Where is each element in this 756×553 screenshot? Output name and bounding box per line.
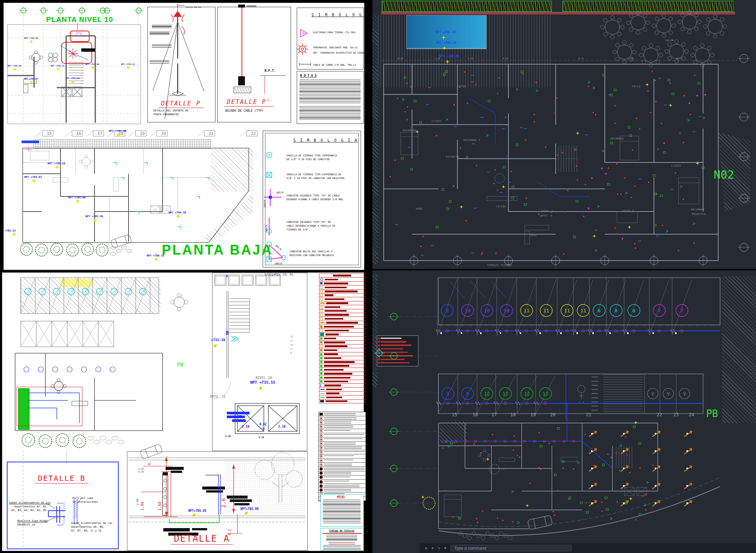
svg-text:8: 8: [632, 308, 635, 314]
svg-text:V: V: [651, 391, 654, 397]
svg-text:12: 12: [502, 391, 508, 397]
svg-text:7: 7: [680, 308, 683, 314]
svg-text:9: 9: [466, 391, 469, 397]
svg-text:9: 9: [446, 308, 449, 314]
svg-text:V: V: [683, 391, 686, 397]
svg-text:12: 12: [484, 391, 490, 397]
svg-text:10: 10: [484, 308, 490, 314]
svg-text:11: 11: [524, 308, 530, 314]
svg-text:11: 11: [580, 308, 586, 314]
model-bottom-linework: 910101011111111888779912121212VVV: [0, 0, 756, 553]
cad-workspace: S I M B O L O G I A ELECTRODO PARA TIERR…: [0, 0, 756, 553]
svg-text:12: 12: [524, 391, 530, 397]
svg-text:11: 11: [543, 308, 549, 314]
svg-text:V: V: [667, 391, 669, 397]
svg-text:11: 11: [564, 308, 570, 314]
svg-text:12: 12: [542, 391, 548, 397]
svg-text:9: 9: [446, 391, 449, 397]
svg-text:10: 10: [503, 308, 510, 314]
svg-text:7: 7: [658, 308, 661, 314]
svg-text:10: 10: [465, 308, 471, 314]
svg-text:8: 8: [598, 308, 601, 314]
svg-text:8: 8: [615, 308, 618, 314]
